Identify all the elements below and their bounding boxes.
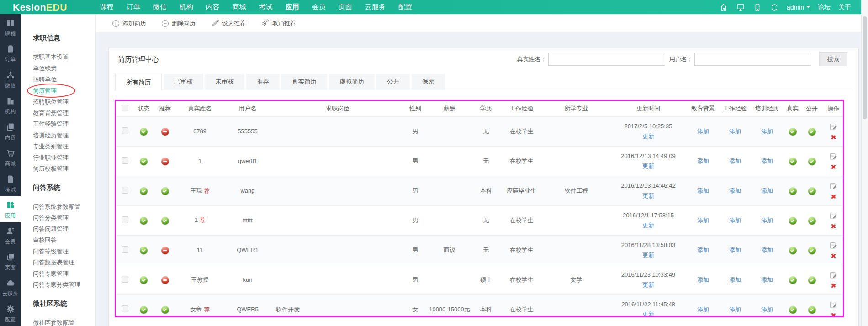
topnav-item-云服务[interactable]: 云服务	[365, 3, 386, 11]
delete-icon[interactable]	[831, 194, 836, 199]
edit-icon[interactable]	[830, 301, 837, 310]
sidebar-item-求职基本设置[interactable]: 求职基本设置	[33, 52, 95, 63]
real-icon[interactable]	[789, 306, 797, 314]
edit-icon[interactable]	[830, 123, 837, 132]
sidebar-item-工作经验管理[interactable]: 工作经验管理	[33, 119, 95, 130]
public-icon[interactable]	[808, 128, 816, 136]
work-experience-add-link[interactable]: 添加	[729, 128, 741, 135]
work-experience-add-link[interactable]: 添加	[729, 306, 741, 313]
real-icon[interactable]	[789, 187, 797, 195]
recommend-icon[interactable]	[161, 217, 169, 225]
tab-保密[interactable]: 保密	[412, 74, 445, 90]
status-icon[interactable]	[140, 128, 148, 136]
update-link[interactable]: 更新	[642, 251, 654, 259]
search-button[interactable]: 搜索	[819, 52, 847, 66]
delete-icon[interactable]	[831, 135, 836, 140]
sidebar-item-问答问题管理[interactable]: 问答问题管理	[33, 224, 95, 235]
update-link[interactable]: 更新	[642, 192, 654, 200]
sidebar-item-问答专家管理[interactable]: 问答专家管理	[33, 268, 95, 280]
public-icon[interactable]	[808, 187, 816, 195]
rail-item-云服务[interactable]: 云服务	[0, 274, 21, 300]
topnav-item-页面[interactable]: 页面	[339, 3, 352, 11]
delete-icon[interactable]	[831, 224, 836, 229]
training-add-link[interactable]: 添加	[761, 306, 773, 313]
rail-item-页面[interactable]: 页面	[0, 248, 21, 274]
real-icon[interactable]	[789, 128, 797, 136]
sidebar-item-审核回答[interactable]: 审核回答	[33, 235, 95, 246]
toolbar-button-删除简历[interactable]: −删除简历	[162, 19, 196, 27]
status-icon[interactable]	[140, 187, 148, 195]
sidebar-item-问答专家分类管理[interactable]: 问答专家分类管理	[33, 279, 95, 291]
sidebar-item-行业职业管理[interactable]: 行业职业管理	[33, 152, 95, 164]
edit-icon[interactable]	[830, 271, 837, 280]
training-add-link[interactable]: 添加	[761, 217, 773, 224]
rail-item-商城[interactable]: 商城	[0, 144, 21, 170]
sidebar-item-问答数据表管理[interactable]: 问答数据表管理	[33, 257, 95, 268]
row-checkbox[interactable]	[122, 157, 128, 164]
scrollbar-thumb[interactable]	[863, 16, 867, 119]
toolbar-button-添加简历[interactable]: +添加简历	[112, 19, 146, 27]
status-icon[interactable]	[140, 276, 148, 284]
vertical-scrollbar[interactable]	[861, 0, 868, 326]
toolbar-button-设为推荐[interactable]: 设为推荐	[211, 19, 246, 28]
public-icon[interactable]	[808, 247, 816, 254]
sidebar-item-招聘单位[interactable]: 招聘单位	[33, 74, 95, 85]
sidebar-item-问答分类管理[interactable]: 问答分类管理	[33, 212, 95, 224]
recommend-icon[interactable]	[161, 247, 169, 254]
sidebar-item-培训经历管理[interactable]: 培训经历管理	[33, 130, 95, 142]
rail-item-应用[interactable]: 应用	[0, 196, 21, 222]
sidebar-item-简历管理[interactable]: 简历管理	[33, 85, 95, 97]
public-icon[interactable]	[808, 306, 816, 314]
update-link[interactable]: 更新	[642, 310, 654, 317]
rail-item-会员[interactable]: 会员	[0, 222, 21, 248]
rail-item-配置[interactable]: 配置	[0, 300, 21, 326]
real-icon[interactable]	[789, 217, 797, 225]
update-link[interactable]: 更新	[642, 221, 654, 230]
sidebar-item-招聘职位管理[interactable]: 招聘职位管理	[33, 96, 95, 108]
training-add-link[interactable]: 添加	[761, 187, 773, 194]
status-icon[interactable]	[140, 247, 148, 254]
edu-background-add-link[interactable]: 添加	[697, 306, 709, 313]
rail-item-微信[interactable]: 微信	[0, 66, 21, 92]
tab-所有简历[interactable]: 所有简历	[115, 74, 162, 90]
training-add-link[interactable]: 添加	[761, 276, 773, 283]
work-experience-add-link[interactable]: 添加	[729, 247, 741, 253]
rail-item-内容[interactable]: 内容	[0, 118, 21, 144]
delete-icon[interactable]	[831, 283, 836, 288]
delete-icon[interactable]	[831, 164, 836, 169]
work-experience-add-link[interactable]: 添加	[729, 217, 741, 224]
edu-background-add-link[interactable]: 添加	[697, 128, 709, 135]
toolbar-button-取消推荐[interactable]: 取消推荐	[261, 19, 296, 28]
sidebar-item-问答系统参数配置[interactable]: 问答系统参数配置	[33, 201, 95, 213]
tab-推荐[interactable]: 推荐	[246, 74, 280, 90]
public-icon[interactable]	[808, 158, 816, 165]
realname-input[interactable]	[548, 53, 665, 66]
rail-item-课程[interactable]: 课程	[0, 14, 21, 40]
sidebar-item-教育背景管理[interactable]: 教育背景管理	[33, 108, 95, 119]
rail-item-考试[interactable]: 考试	[0, 170, 21, 196]
topnav-item-应用[interactable]: 应用	[286, 3, 299, 11]
sidebar-item-微社区参数配置[interactable]: 微社区参数配置	[33, 317, 95, 326]
recommend-icon[interactable]	[161, 276, 169, 284]
edu-background-add-link[interactable]: 添加	[697, 247, 709, 253]
refresh-icon[interactable]	[770, 3, 779, 12]
public-icon[interactable]	[808, 276, 816, 284]
sidebar-item-单位续费[interactable]: 单位续费	[33, 63, 95, 74]
sidebar-item-问答等级管理[interactable]: 问答等级管理	[33, 246, 95, 258]
rail-item-订单[interactable]: 订单	[0, 40, 21, 66]
status-icon[interactable]	[140, 158, 148, 165]
topnav-item-考试[interactable]: 考试	[259, 3, 273, 11]
recommend-icon[interactable]	[161, 187, 169, 195]
edit-icon[interactable]	[830, 212, 837, 221]
edit-icon[interactable]	[830, 242, 837, 251]
user-menu[interactable]: admin	[787, 4, 810, 11]
training-add-link[interactable]: 添加	[761, 158, 773, 164]
update-link[interactable]: 更新	[642, 132, 654, 141]
topnav-item-内容[interactable]: 内容	[206, 3, 220, 11]
edu-background-add-link[interactable]: 添加	[697, 276, 709, 283]
delete-icon[interactable]	[831, 313, 836, 317]
tab-公开[interactable]: 公开	[376, 74, 410, 90]
row-checkbox[interactable]	[122, 216, 128, 223]
delete-icon[interactable]	[831, 253, 836, 258]
topnav-item-订单[interactable]: 订单	[127, 3, 140, 11]
